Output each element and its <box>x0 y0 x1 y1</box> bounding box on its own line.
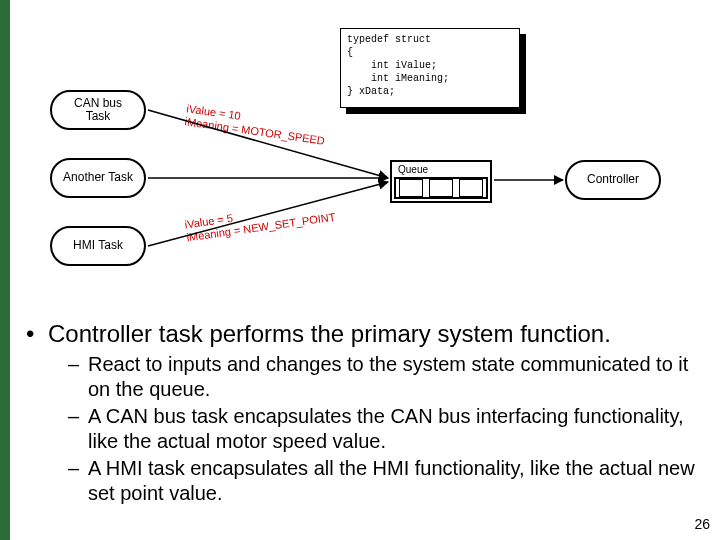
task-can-bus: CAN bus Task <box>50 90 146 130</box>
queue-slot <box>399 179 423 197</box>
bullet-sub: A HMI task encapsulates all the HMI func… <box>68 456 700 506</box>
bullet-main: Controller task performs the primary sys… <box>20 320 700 348</box>
bullet-text: Controller task performs the primary sys… <box>20 320 700 508</box>
struct-code: typedef struct { int iValue; int iMeanin… <box>340 28 520 108</box>
accent-bar <box>0 0 10 540</box>
diagram-area: typedef struct { int iValue; int iMeanin… <box>10 10 710 290</box>
task-hmi-label: HMI Task <box>73 239 123 252</box>
bullet-sub: React to inputs and changes to the syste… <box>68 352 700 402</box>
queue-slots <box>394 177 488 199</box>
queue-slot <box>459 179 483 197</box>
task-another: Another Task <box>50 158 146 198</box>
task-can-bus-label: CAN bus Task <box>74 97 122 123</box>
task-controller-label: Controller <box>587 173 639 186</box>
edge-label-hmi-to-queue: iValue = 5 iMeaning = NEW_SET_POINT <box>184 198 336 244</box>
queue-box: Queue <box>390 160 492 203</box>
task-controller: Controller <box>565 160 661 200</box>
queue-label: Queue <box>394 164 488 177</box>
task-another-label: Another Task <box>63 171 133 184</box>
queue-slot <box>429 179 453 197</box>
bullet-sub: A CAN bus task encapsulates the CAN bus … <box>68 404 700 454</box>
task-hmi: HMI Task <box>50 226 146 266</box>
page-number: 26 <box>694 516 710 532</box>
struct-definition: typedef struct { int iValue; int iMeanin… <box>340 28 520 108</box>
edge-label-can-to-queue: iValue = 10 iMeaning = MOTOR_SPEED <box>184 102 327 147</box>
